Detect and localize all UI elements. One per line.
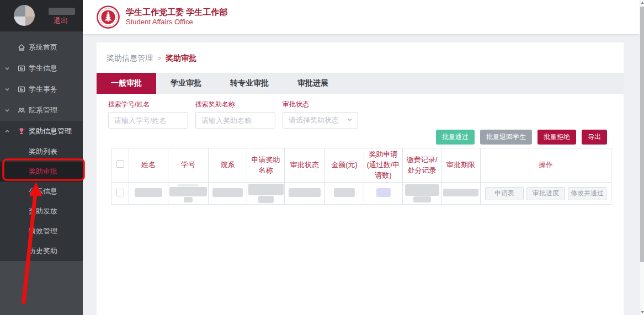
- filter-label: 搜索奖助名称: [195, 100, 275, 109]
- tab-major-transfer-approval[interactable]: 转专业审批: [216, 73, 283, 94]
- table-row: 申请表 审批进度 修改并通过: [111, 183, 611, 205]
- col-operations: 操作: [481, 148, 611, 183]
- redacted-status: [289, 188, 321, 197]
- id-card-icon: [17, 64, 26, 73]
- approval-status-select[interactable]: 请选择奖助状态: [283, 112, 358, 129]
- col-amount: 金额(元): [325, 148, 364, 183]
- redacted-student-id: [169, 184, 207, 202]
- sidebar-item-department-mgmt[interactable]: 院系管理: [0, 100, 83, 121]
- sidebar-item-system-home[interactable]: 系统首页: [0, 37, 83, 58]
- row-operations: 申请表 审批进度 修改并通过: [482, 187, 610, 200]
- app-root: 退出 系统首页 学生信息: [0, 0, 644, 315]
- scrollbar-thumb[interactable]: [640, 7, 644, 262]
- redacted-name: [135, 188, 162, 197]
- redacted-department: [212, 188, 243, 197]
- sidebar-subitem-award-list[interactable]: 奖助列表: [0, 142, 83, 162]
- sidebar-menu: 系统首页 学生信息 学生事务: [0, 31, 83, 261]
- col-award-name: 申请奖助名称: [247, 148, 285, 183]
- id-card-icon: [17, 85, 26, 94]
- chevron-down-icon: [4, 87, 10, 92]
- application-form-button[interactable]: 申请表: [485, 187, 524, 200]
- sidebar-subitem-performance-mgmt[interactable]: 绩效管理: [0, 221, 83, 241]
- award-name-input[interactable]: [195, 112, 275, 129]
- tab-general-approval[interactable]: 一般审批: [97, 73, 156, 94]
- modify-and-approve-button[interactable]: 修改并通过: [568, 187, 606, 200]
- filter-label: 审批状态: [283, 100, 358, 109]
- page-title: 学生工作党工委 学生工作部: [126, 7, 227, 18]
- sidebar-footer-area: [0, 261, 83, 315]
- tab-academic-approval[interactable]: 学业审批: [156, 73, 216, 94]
- avatar[interactable]: [14, 5, 35, 26]
- breadcrumb: 奖助信息管理 > 奖助审批: [107, 54, 196, 63]
- row-checkbox[interactable]: [116, 189, 124, 196]
- sidebar-group-award-info: 奖助信息管理 奖助列表 奖助审批 公示信息 奖助发放 绩效管理: [0, 121, 83, 261]
- sidebar-item-student-info[interactable]: 学生信息: [0, 58, 83, 79]
- bulk-approve-button[interactable]: 批量通过: [436, 130, 475, 145]
- chevron-down-icon: [347, 115, 353, 125]
- col-award-applications: 奖助申请(通过数/申请数): [364, 148, 403, 183]
- approval-progress-button[interactable]: 审批进度: [526, 187, 565, 200]
- sidebar-subitem-award-approval[interactable]: 奖助审批: [0, 162, 83, 181]
- filter-label: 搜索学号/姓名: [108, 100, 188, 109]
- col-name: 姓名: [129, 148, 168, 183]
- filter-award-name: 搜索奖助名称: [195, 100, 275, 129]
- col-payment-discipline-record: 缴费记录/处分记录: [403, 148, 441, 183]
- scrollbar-down-arrow[interactable]: [641, 311, 644, 313]
- export-button[interactable]: 导出: [582, 130, 607, 145]
- redacted-deadline: [443, 189, 478, 196]
- filter-bar: 搜索学号/姓名 搜索奖助名称 审批状态 请选择奖助状态: [108, 100, 358, 129]
- sidebar-subitem-public-info[interactable]: 公示信息: [0, 181, 83, 201]
- breadcrumb-parent[interactable]: 奖助信息管理: [107, 54, 153, 63]
- student-id-name-input[interactable]: [108, 112, 188, 129]
- sidebar-subitem-history-awards[interactable]: 历史奖助: [0, 241, 83, 261]
- bulk-action-bar: 批量通过 批量退回学生 批量拒绝 导出: [436, 130, 607, 145]
- chevron-down-icon: [4, 66, 10, 71]
- approval-tabbar: 一般审批 学业审批 转专业审批 审批进展: [97, 73, 624, 94]
- bulk-return-to-student-button[interactable]: 批量退回学生: [480, 130, 532, 145]
- redacted-username: [49, 8, 75, 15]
- page-subtitle: Student Affairs Office: [126, 18, 193, 26]
- sidebar-subitem-award-grant[interactable]: 奖助发放: [0, 201, 83, 221]
- tab-approval-progress[interactable]: 审批进展: [283, 73, 343, 94]
- col-approval-status: 审批状态: [285, 148, 325, 183]
- filter-student-id-name: 搜索学号/姓名: [108, 100, 188, 129]
- sidebar: 退出 系统首页 学生信息: [0, 0, 83, 315]
- main-content-card: 奖助信息管理 > 奖助审批 一般审批 学业审批 转专业审批 审批进展 搜索学号/…: [97, 42, 624, 315]
- redacted-applications: [376, 188, 391, 197]
- sidebar-item-student-affairs[interactable]: 学生事务: [0, 79, 83, 100]
- col-student-id: 学号: [168, 148, 209, 183]
- breadcrumb-current: 奖助审批: [166, 54, 196, 63]
- sidebar-item-award-info-mgmt[interactable]: 奖助信息管理: [0, 121, 83, 142]
- vertical-scrollbar: [640, 0, 644, 315]
- col-approval-deadline: 审批期限: [441, 148, 481, 183]
- university-seal-logo: [97, 6, 120, 29]
- trophy-icon: [17, 127, 26, 136]
- sidebar-user-panel: 退出: [0, 0, 83, 31]
- redacted-records: [404, 184, 440, 202]
- redacted-amount: [334, 188, 355, 197]
- breadcrumb-separator: >: [157, 55, 161, 62]
- approval-table: 姓名 学号 院系 申请奖助名称 审批状态 金额(元) 奖助申请(通过数/申请数)…: [111, 148, 611, 205]
- app-header: 学生工作党工委 学生工作部 Student Affairs Office: [83, 0, 640, 34]
- logout-button[interactable]: 退出: [54, 16, 68, 26]
- select-all-checkbox[interactable]: [116, 160, 124, 168]
- col-department: 院系: [209, 148, 247, 183]
- redacted-award-name: [248, 184, 283, 203]
- scrollbar-up-arrow[interactable]: [641, 2, 644, 4]
- home-icon: [17, 43, 26, 52]
- people-icon: [17, 106, 26, 115]
- table-header-row: 姓名 学号 院系 申请奖助名称 审批状态 金额(元) 奖助申请(通过数/申请数)…: [111, 148, 611, 183]
- chevron-up-icon: [4, 129, 10, 134]
- bulk-reject-button[interactable]: 批量拒绝: [537, 130, 576, 145]
- chevron-down-icon: [4, 108, 10, 113]
- filter-approval-status: 审批状态 请选择奖助状态: [283, 100, 358, 129]
